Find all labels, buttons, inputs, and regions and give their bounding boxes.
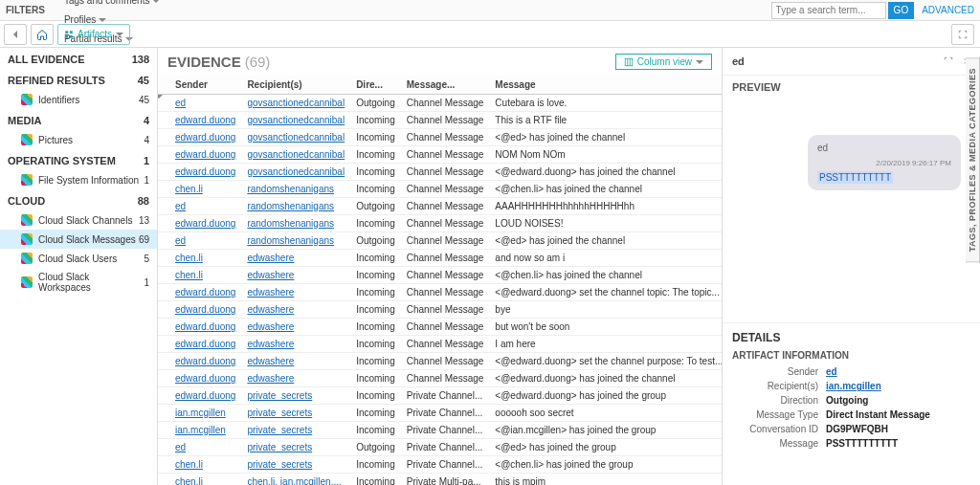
table-row[interactable]: edward.duongedwashereIncomingChannel Mes… xyxy=(158,336,722,353)
bubble-timestamp: 2/20/2019 9:26:17 PM xyxy=(817,159,951,167)
table-row[interactable]: ian.mcgillenprivate_secretsIncomingPriva… xyxy=(158,405,722,422)
col-message[interactable]: Message xyxy=(489,76,722,95)
table-row[interactable]: edward.duonggovsanctionedcannibalIncomin… xyxy=(158,129,722,146)
sidebar-group-cloud[interactable]: CLOUD88 xyxy=(0,189,157,210)
table-row[interactable]: edward.duongprivate_secretsIncomingPriva… xyxy=(158,387,722,405)
svg-rect-1 xyxy=(70,31,73,33)
sidebar-group-media[interactable]: MEDIA4 xyxy=(0,109,157,130)
col-dire-[interactable]: Dire... xyxy=(350,76,401,95)
table-row[interactable]: chen.lichen.li, ian.mcgillen,...Incoming… xyxy=(158,474,722,486)
artifacts-dropdown[interactable]: Artifacts xyxy=(57,24,130,45)
table-row[interactable]: edward.duongrandomshenanigansIncomingCha… xyxy=(158,215,722,232)
table-row[interactable]: edward.duongedwashereIncomingChannel Mes… xyxy=(158,370,722,387)
sidebar-group-operating-system[interactable]: OPERATING SYSTEM1 xyxy=(0,149,157,170)
home-button[interactable] xyxy=(31,24,54,45)
table-row[interactable]: ian.mcgillenprivate_secretsIncomingPriva… xyxy=(158,422,722,439)
expand-icon[interactable] xyxy=(944,56,953,66)
bubble-sender: ed xyxy=(817,143,951,153)
filters-bar: FILTERS EvidenceArtifactsContent typesDa… xyxy=(0,0,980,21)
sidebar-item-cloud-slack-users[interactable]: Cloud Slack Users5 xyxy=(0,249,157,268)
col-sender[interactable]: Sender xyxy=(169,76,241,95)
table-row[interactable]: chen.liedwashereIncomingChannel Message<… xyxy=(158,267,722,284)
bubble-message: PSSTTTTTTTTT xyxy=(817,171,893,184)
slack-icon xyxy=(21,276,33,288)
evidence-grid[interactable]: SenderRecipient(s)Dire...Message...Messa… xyxy=(158,76,722,485)
evidence-title: EVIDENCE xyxy=(167,54,241,70)
col-recipient-s-[interactable]: Recipient(s) xyxy=(241,76,350,95)
go-button[interactable]: GO xyxy=(888,2,915,19)
artifacts-dropdown-label: Artifacts xyxy=(78,29,112,39)
expand-button[interactable] xyxy=(951,24,974,45)
slack-icon xyxy=(21,253,33,264)
details-label: DETAILS xyxy=(732,331,970,344)
sidebar-item-cloud-slack-messages[interactable]: Cloud Slack Messages69 xyxy=(0,230,157,249)
detail-conversation-id: Conversation IDDG9PWFQBH xyxy=(732,424,970,434)
preview-label: PREVIEW xyxy=(732,81,970,93)
table-row[interactable]: chen.liedwashereIncomingChannel Messagea… xyxy=(158,250,722,267)
svg-rect-3 xyxy=(70,34,73,37)
sidebar-item-cloud-slack-channels[interactable]: Cloud Slack Channels13 xyxy=(0,210,157,230)
filter-tags-and-comments[interactable]: Tags and comments xyxy=(56,0,170,11)
table-row[interactable]: edward.duonggovsanctionedcannibalIncomin… xyxy=(158,112,722,129)
table-row[interactable]: edrandomshenanigansOutgoingChannel Messa… xyxy=(158,232,722,250)
detail-sender: Sendered xyxy=(732,366,970,377)
detail-message-type: Message TypeDirect Instant Message xyxy=(732,409,970,420)
preview-title: ed xyxy=(732,55,745,67)
sidebar: ALL EVIDENCE138REFINED RESULTS45Identifi… xyxy=(0,48,158,485)
side-tab-tags-profiles[interactable]: TAGS, PROFILES & MEDIA CATEGORIES xyxy=(966,57,980,262)
chevron-down-icon xyxy=(116,33,123,36)
column-view-label: Column view xyxy=(637,56,692,67)
artifact-info-label: ARTIFACT INFORMATION xyxy=(732,350,970,361)
table-row[interactable]: edward.duongedwashereIncomingChannel Mes… xyxy=(158,319,722,336)
col-message-[interactable]: Message... xyxy=(401,76,490,95)
detail-recipient-s-: Recipient(s)ian.mcgillen xyxy=(732,381,970,391)
table-row[interactable]: edward.duonggovsanctionedcannibalIncomin… xyxy=(158,164,722,181)
table-row[interactable]: edward.duonggovsanctionedcannibalIncomin… xyxy=(158,146,722,164)
table-row[interactable]: edprivate_secretsOutgoingPrivate Channel… xyxy=(158,439,722,456)
column-view-button[interactable]: Column view xyxy=(615,54,712,70)
table-row[interactable]: edrandomshenanigansOutgoingChannel Messa… xyxy=(158,198,722,215)
sidebar-group-refined-results[interactable]: REFINED RESULTS45 xyxy=(0,69,157,90)
table-row[interactable]: edgovsanctionedcannibalOutgoingChannel M… xyxy=(158,95,722,112)
detail-message: MessagePSSTTTTTTTTT xyxy=(732,438,970,449)
evidence-count: (69) xyxy=(245,54,271,70)
svg-rect-4 xyxy=(625,58,633,66)
advanced-link[interactable]: ADVANCED xyxy=(922,5,974,15)
table-row[interactable]: edward.duongedwashereIncomingChannel Mes… xyxy=(158,301,722,319)
table-row[interactable]: edward.duongedwashereIncomingChannel Mes… xyxy=(158,284,722,301)
back-button[interactable] xyxy=(4,24,27,45)
col-checkbox[interactable] xyxy=(158,76,169,95)
sidebar-item-identifiers[interactable]: Identifiers45 xyxy=(0,90,157,109)
svg-rect-2 xyxy=(65,34,68,37)
sidebar-group-all-evidence[interactable]: ALL EVIDENCE138 xyxy=(0,48,157,69)
slack-icon xyxy=(21,174,33,186)
slack-icon xyxy=(21,233,33,245)
detail-direction: DirectionOutgoing xyxy=(732,395,970,406)
slack-icon xyxy=(21,134,33,145)
slack-icon xyxy=(21,214,33,226)
table-row[interactable]: edward.duongedwashereIncomingChannel Mes… xyxy=(158,353,722,370)
table-row[interactable]: chen.lirandomshenanigansIncomingChannel … xyxy=(158,181,722,198)
filters-label: FILTERS xyxy=(6,5,45,15)
details-panel: ed PREVIEW ed 2/20/2019 9:26:17 PM PSSTT… xyxy=(722,48,980,485)
sidebar-item-file-system-information[interactable]: File System Information1 xyxy=(0,170,157,189)
sidebar-item-cloud-slack-workspaces[interactable]: Cloud Slack Workspaces1 xyxy=(0,268,157,297)
details-section: DETAILS ARTIFACT INFORMATION SenderedRec… xyxy=(723,323,980,485)
sidebar-item-pictures[interactable]: Pictures4 xyxy=(0,130,157,149)
chevron-down-icon xyxy=(696,60,703,64)
evidence-panel: EVIDENCE (69) Column view SenderRecipien… xyxy=(158,48,722,485)
table-row[interactable]: chen.liprivate_secretsIncomingPrivate Ch… xyxy=(158,456,722,474)
slack-icon xyxy=(21,94,33,105)
search-input[interactable] xyxy=(771,2,886,19)
svg-rect-0 xyxy=(65,31,68,33)
preview-section: PREVIEW ed 2/20/2019 9:26:17 PM PSSTTTTT… xyxy=(723,76,980,323)
message-bubble: ed 2/20/2019 9:26:17 PM PSSTTTTTTTTT xyxy=(808,135,961,190)
